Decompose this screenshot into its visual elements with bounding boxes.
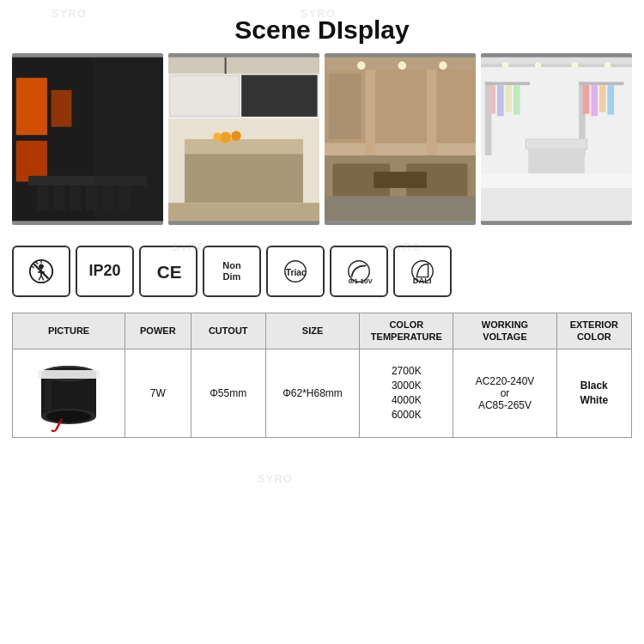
col-header-working-voltage: WORKINGVOLTAGE (453, 313, 556, 349)
page-title: Scene DIsplay (0, 15, 644, 45)
icon-0-1-10v: 0/1-10V (330, 246, 388, 297)
product-image (26, 355, 112, 432)
svg-rect-60 (583, 85, 590, 113)
svg-rect-38 (427, 70, 436, 167)
svg-rect-6 (16, 78, 47, 136)
svg-line-75 (35, 262, 38, 264)
svg-rect-7 (16, 141, 47, 182)
col-header-exterior-color: EXTERIORCOLOR (556, 313, 631, 349)
svg-point-33 (398, 62, 407, 70)
voltage-line3: AC85-265V (478, 399, 532, 411)
svg-line-73 (41, 276, 44, 281)
svg-point-87 (46, 410, 91, 422)
icon-non-dim: NonDim (203, 246, 261, 297)
voltage-line1: AC220-240V (476, 375, 535, 387)
svg-rect-37 (366, 70, 375, 167)
svg-line-72 (39, 276, 41, 281)
svg-rect-57 (513, 85, 520, 114)
svg-text:0/1-10V: 0/1-10V (349, 277, 373, 285)
col-header-size: SIZE (265, 313, 359, 349)
svg-rect-18 (168, 58, 319, 74)
temp-4000k: 4000K (392, 394, 422, 406)
table-row: 7W Φ55mm Φ62*H68mm 2700K 3000K 4000K 600… (13, 349, 632, 437)
svg-rect-43 (325, 197, 476, 222)
voltage-line2: or (501, 387, 510, 399)
watermark-5: SYRO (258, 472, 293, 485)
svg-rect-16 (94, 58, 163, 221)
svg-rect-25 (185, 154, 303, 203)
scene-image-1 (12, 53, 163, 225)
scene-image-4 (481, 53, 632, 225)
spec-table: PICTURE POWER CUTOUT SIZE COLORTEMPERATU… (12, 313, 632, 438)
cutout-cell: Φ55mm (191, 349, 265, 437)
svg-point-69 (39, 264, 44, 270)
svg-rect-59 (579, 82, 623, 85)
exterior-color-cell: Black White (556, 349, 631, 437)
svg-rect-56 (506, 85, 513, 112)
col-header-power: POWER (125, 313, 191, 349)
col-header-picture: PICTURE (13, 313, 125, 349)
svg-point-27 (220, 131, 231, 143)
svg-rect-24 (185, 139, 303, 154)
svg-rect-66 (481, 188, 632, 221)
svg-text:Triac: Triac (286, 268, 307, 277)
col-header-cutout: CUTOUT (191, 313, 265, 349)
product-picture-cell (13, 349, 125, 437)
svg-point-29 (213, 132, 222, 141)
size-cell: Φ62*H68mm (265, 349, 359, 437)
svg-rect-91 (45, 379, 52, 411)
icon-triac: Triac (266, 246, 325, 297)
power-cell: 7W (125, 349, 191, 437)
svg-point-34 (439, 62, 447, 70)
icons-row: IP20 CE NonDim Triac 0/1-10V DALI (0, 237, 644, 306)
icon-ce: CE (139, 246, 197, 297)
svg-rect-26 (168, 203, 319, 221)
svg-point-32 (357, 62, 366, 70)
svg-point-28 (231, 131, 240, 140)
scene-image-2 (168, 53, 319, 225)
svg-rect-8 (52, 90, 72, 127)
svg-rect-10 (37, 185, 49, 210)
svg-rect-55 (497, 85, 504, 116)
working-voltage-cell: AC220-240V or AC85-265V (453, 349, 556, 437)
temp-6000k: 6000K (392, 409, 422, 421)
svg-line-74 (32, 265, 34, 268)
svg-rect-11 (53, 185, 65, 210)
svg-rect-22 (170, 76, 240, 117)
ip20-label: IP20 (88, 263, 120, 280)
svg-rect-62 (599, 85, 606, 112)
svg-rect-90 (38, 370, 100, 379)
icon-ip20: IP20 (76, 246, 134, 297)
temp-3000k: 3000K (392, 380, 422, 392)
non-dim-label: NonDim (222, 260, 240, 283)
svg-rect-65 (528, 149, 585, 173)
color-white: White (580, 394, 608, 406)
svg-rect-36 (329, 74, 361, 139)
color-temp-cell: 2700K 3000K 4000K 6000K (360, 349, 453, 437)
svg-rect-54 (489, 85, 496, 113)
svg-rect-63 (607, 85, 614, 114)
svg-rect-12 (70, 185, 82, 210)
svg-rect-53 (485, 82, 530, 85)
scene-images-row (0, 53, 644, 225)
icon-dali: DALI (393, 246, 452, 297)
icon-antiglare (12, 246, 70, 297)
svg-rect-64 (526, 139, 586, 149)
temp-2700k: 2700K (392, 365, 422, 377)
svg-text:CE: CE (157, 262, 182, 282)
col-header-color-temp: COLORTEMPERATURE (360, 313, 453, 349)
svg-text:DALI: DALI (413, 276, 432, 285)
svg-rect-42 (374, 172, 427, 188)
svg-rect-61 (591, 85, 598, 116)
scene-image-3 (325, 53, 476, 225)
title-section: Scene DIsplay (0, 0, 644, 53)
color-black: Black (580, 380, 608, 392)
svg-rect-23 (242, 76, 318, 117)
